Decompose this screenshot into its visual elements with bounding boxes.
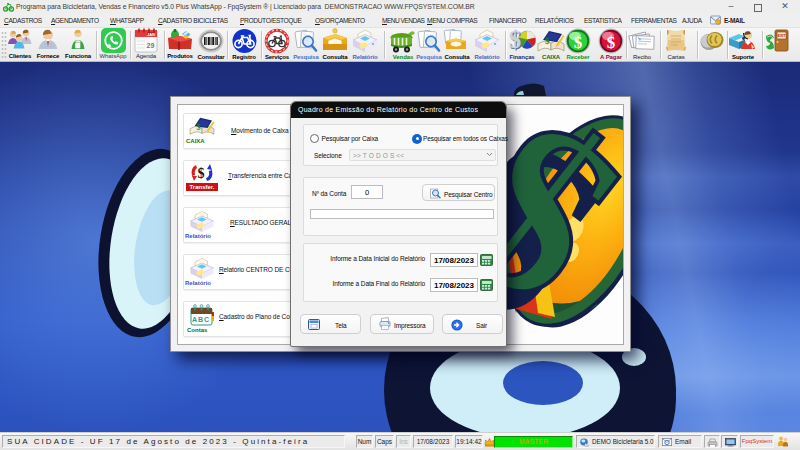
svg-text:EXIT: EXIT <box>778 34 787 38</box>
svg-text:29: 29 <box>147 42 155 49</box>
svg-text:$: $ <box>574 33 583 52</box>
svg-text:$: $ <box>198 166 205 181</box>
svg-text:$: $ <box>509 28 522 53</box>
svg-text:$: $ <box>545 36 550 46</box>
svg-text:$: $ <box>197 123 201 132</box>
svg-text:ABC: ABC <box>192 316 210 323</box>
svg-text:$: $ <box>607 33 616 52</box>
